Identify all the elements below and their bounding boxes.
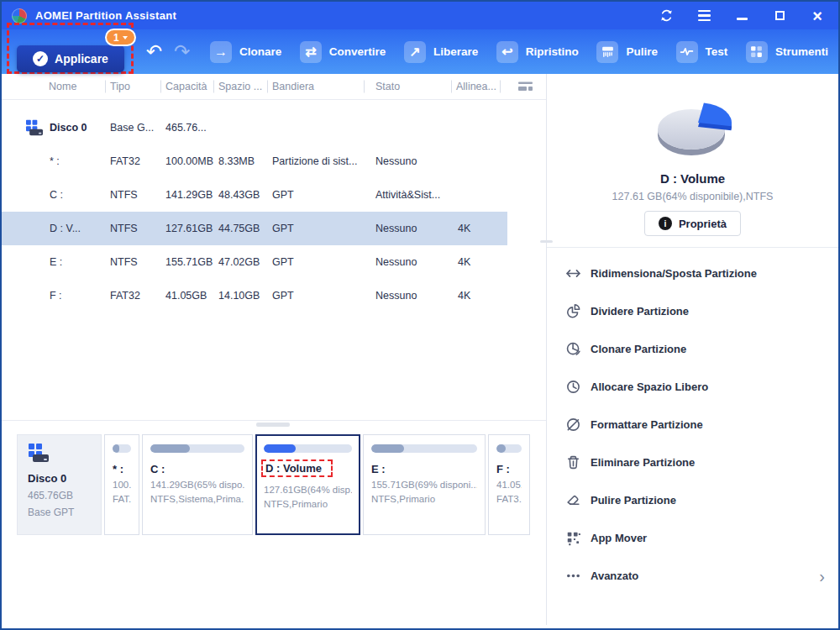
wave-icon (676, 41, 698, 63)
partition-block-f[interactable]: F : 41.05... FAT3... (488, 434, 530, 535)
column-header-capacit[interactable]: Capacità (160, 74, 213, 99)
sidebar-item-ridimensiona-sposta-partizione[interactable]: Ridimensiona/Sposta Partizione › (547, 255, 838, 292)
tools-grid-icon (746, 41, 768, 63)
restore-icon: ↩ (496, 41, 518, 63)
menu-item-label: Clonare Partizione (591, 343, 686, 355)
partition-fs: FAT3... (496, 494, 522, 504)
sidebar-item-clonare-partizione[interactable]: Clonare Partizione › (547, 330, 838, 368)
sidebar-item-pulire-partizione[interactable]: Pulire Partizione › (547, 481, 838, 519)
menu-item-label: Dividere Partizione (591, 305, 689, 318)
pending-operations-badge[interactable]: 1 (105, 29, 136, 46)
table-row[interactable]: C : NTFS 141.29GB 48.43GB GPT Attività&S… (2, 178, 507, 212)
column-header-spazio[interactable]: Spazio ... (213, 74, 267, 99)
undo-button[interactable]: ↶ (146, 39, 162, 63)
disk-icon (28, 443, 50, 463)
disk-size: 465.76GB (28, 490, 101, 501)
menu-item-label: Formattare Partizione (591, 418, 703, 431)
caret-down-icon (123, 36, 128, 39)
menu-item-label: Ridimensiona/Sposta Partizione (591, 267, 757, 280)
disk-icon (25, 119, 44, 136)
panel-collapse-handle[interactable] (540, 240, 553, 243)
partition-block-[interactable]: * : 100.... FAT... (104, 434, 139, 535)
column-settings-icon[interactable] (500, 74, 546, 99)
selected-volume-info: 127.61 GB(64% disponibile),NTFS (547, 191, 838, 202)
usage-bar (371, 444, 477, 453)
sidebar: D : Volume 127.61 GB(64% disponibile),NT… (547, 74, 838, 625)
partition-name: C : (150, 463, 244, 475)
column-header-bandiera[interactable]: Bandiera (267, 74, 364, 99)
splitter-handle-icon[interactable] (256, 423, 290, 427)
sidebar-item-avanzato[interactable]: Avanzato › (547, 557, 838, 595)
column-header-stato[interactable]: Stato (364, 74, 451, 99)
menu-item-label: Allocare Spazio Libero (591, 381, 708, 393)
partition-block-d-volume[interactable]: D : Volume 127.61GB(64% disp... NTFS,Pri… (255, 434, 360, 535)
resize-h-icon (565, 265, 581, 281)
dots-icon (565, 568, 581, 584)
partition-block-e[interactable]: E : 155.71GB(69% disponi... NTFS,Primari… (363, 434, 486, 535)
sidebar-item-eliminare-partizione[interactable]: Eliminare Partizione › (547, 444, 838, 481)
volume-pie-chart (547, 92, 838, 165)
partition-size: 141.29GB(65% dispo... (150, 480, 244, 490)
convert-icon: ⇄ (300, 41, 322, 63)
column-header-tipo[interactable]: Tipo (105, 74, 160, 99)
sidebar-menu: Ridimensiona/Sposta Partizione › Divider… (547, 248, 838, 595)
toolbar-button-liberare[interactable]: ↗ Liberare (404, 41, 478, 63)
pie-clone-icon (565, 341, 581, 357)
maximize-button[interactable] (772, 8, 787, 24)
splitter[interactable] (2, 420, 546, 421)
partition-fs: FAT... (113, 494, 131, 504)
partition-name: E : (371, 463, 477, 475)
properties-button[interactable]: i Proprietà (644, 211, 741, 236)
shredder-icon (596, 41, 618, 63)
toolbar-button-ripristino[interactable]: ↩ Ripristino (496, 41, 579, 63)
selected-volume-name: D : Volume (547, 171, 838, 186)
menu-icon[interactable] (696, 8, 711, 24)
apply-button[interactable]: ✓ Applicare (17, 45, 124, 72)
toolbar-button-test[interactable]: Test (676, 41, 728, 63)
table-row[interactable]: E : NTFS 155.71GB 47.02GB GPT Nessuno 4K (2, 245, 507, 279)
partition-name: * : (113, 463, 131, 475)
app-window: AOMEI Partition Assistant × ✓ Applicare (0, 0, 840, 630)
apply-highlight-box: ✓ Applicare 1 (7, 23, 134, 74)
partition-size: 100.... (113, 480, 131, 490)
disk-type: Base GPT (28, 507, 101, 518)
toolbar-button-pulire[interactable]: Pulire (596, 41, 658, 63)
apply-label: Applicare (55, 52, 108, 66)
refresh-icon[interactable] (659, 8, 674, 24)
disk-name: Disco 0 (28, 472, 101, 485)
eraser-icon (565, 492, 581, 508)
pie-slash-icon (565, 417, 581, 433)
toolbar-button-clonare[interactable]: → Clonare (210, 41, 281, 63)
sidebar-item-dividere-partizione[interactable]: Dividere Partizione › (547, 292, 838, 330)
disk-block[interactable]: Disco 0 465.76GB Base GPT (17, 434, 102, 535)
clock-icon (565, 379, 581, 395)
table-row[interactable]: * : FAT32 100.00MB 8.33MB Partizione di … (2, 144, 507, 178)
sidebar-item-allocare-spazio-libero[interactable]: Allocare Spazio Libero › (547, 368, 838, 406)
redo-button[interactable]: ↷ (174, 39, 190, 63)
app-grid-icon (565, 530, 581, 546)
table-row[interactable]: D : V... NTFS 127.61GB 44.75GB GPT Nessu… (2, 212, 507, 245)
sidebar-item-app-mover[interactable]: App Mover › (547, 519, 838, 557)
toolbar-button-strumenti[interactable]: Strumenti (746, 41, 828, 63)
table-header: NomeTipoCapacitàSpazio ...BandieraStatoA… (2, 74, 546, 100)
partition-block-c[interactable]: C : 141.29GB(65% dispo... NTFS,Sistema,P… (142, 434, 253, 535)
minimize-button[interactable] (734, 8, 749, 24)
usage-bar (496, 444, 522, 453)
column-header-allinea[interactable]: Allinea... (451, 74, 500, 99)
release-icon: ↗ (404, 41, 426, 63)
partition-fs: NTFS,Primario (264, 499, 352, 509)
usage-bar (113, 444, 131, 453)
close-button[interactable]: × (810, 8, 825, 24)
chevron-right-icon: › (819, 568, 825, 585)
pie-split-icon (565, 303, 581, 319)
toolbar-nav: → Clonare ⇄ Convertire ↗ Liberare ↩ Ripr… (210, 29, 828, 74)
usage-bar (264, 444, 352, 453)
column-header-nome[interactable]: Nome (2, 74, 105, 99)
table-row[interactable]: F : FAT32 41.05GB 14.10GB GPT Nessuno 4K (2, 279, 507, 312)
table-row[interactable]: Disco 0 Base G... 465.76... (2, 111, 507, 144)
toolbar-button-convertire[interactable]: ⇄ Convertire (300, 41, 386, 63)
sidebar-item-formattare-partizione[interactable]: Formattare Partizione › (547, 406, 838, 444)
table-body: Disco 0 Base G... 465.76... * : FAT32 10… (2, 100, 546, 312)
info-icon: i (659, 217, 672, 230)
content: NomeTipoCapacitàSpazio ...BandieraStatoA… (2, 74, 838, 625)
